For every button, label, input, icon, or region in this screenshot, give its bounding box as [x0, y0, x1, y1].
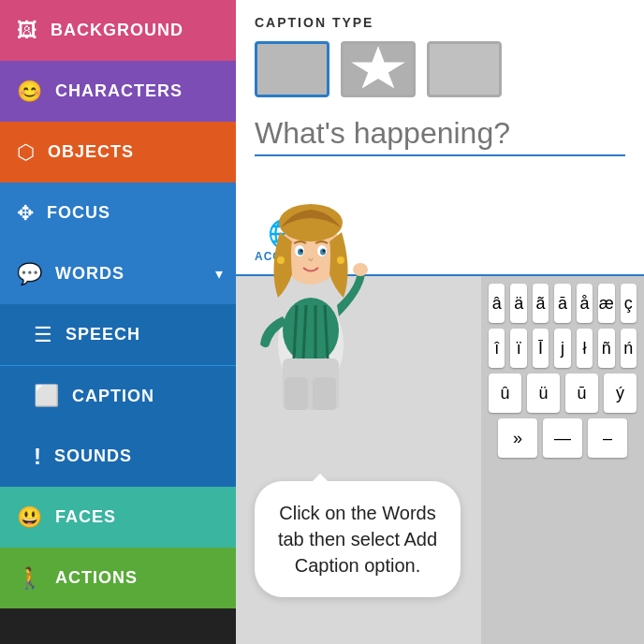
sidebar-label-background: BACKGROUND: [51, 21, 183, 40]
svg-point-18: [337, 256, 344, 264]
sidebar-label-faces: FACES: [55, 507, 116, 527]
svg-point-1: [283, 298, 339, 363]
key-a-ring[interactable]: å: [577, 284, 593, 323]
speech-icon: ☰: [34, 323, 52, 347]
sidebar-label-actions: ACTIONS: [55, 568, 138, 588]
chevron-down-icon: ▾: [215, 265, 223, 283]
faces-icon: 😃: [17, 505, 42, 530]
sidebar-item-sounds[interactable]: ! SOUNDS: [0, 426, 236, 487]
key-right-guillemet[interactable]: »: [498, 418, 537, 458]
key-ae[interactable]: æ: [598, 284, 614, 323]
key-l-stroke[interactable]: ł: [577, 329, 593, 368]
key-a-macron[interactable]: ā: [554, 284, 570, 323]
caption-type-box-1[interactable]: [255, 41, 329, 97]
key-em-dash[interactable]: —: [543, 418, 582, 458]
key-u-macron[interactable]: ū: [565, 373, 598, 413]
avatar: [236, 139, 395, 419]
sidebar-item-faces[interactable]: 😃 FACES: [0, 487, 236, 548]
caption-type-box-rounded[interactable]: [427, 41, 502, 97]
key-j[interactable]: j: [554, 329, 570, 368]
keyboard-row-2: î ï Ī j ł ñ ń: [489, 329, 637, 368]
sidebar-item-actions[interactable]: 🚶 ACTIONS: [0, 548, 236, 608]
sidebar-item-background[interactable]: 🖼 BACKGROUND: [0, 0, 236, 61]
caption-type-box-burst[interactable]: [341, 41, 416, 97]
keyboard-row-4: » — –: [489, 418, 637, 458]
sidebar: 🖼 BACKGROUND 😊 CHARACTERS ⬡ OBJECTS ✥ FO…: [0, 0, 236, 644]
tooltip-text: Click on the Words tab then select Add C…: [278, 503, 437, 576]
key-n-tilde[interactable]: ñ: [598, 329, 614, 368]
key-en-dash[interactable]: –: [588, 418, 627, 458]
background-icon: 🖼: [17, 19, 37, 43]
key-y-acute[interactable]: ý: [604, 373, 637, 413]
characters-icon: 😊: [17, 80, 42, 104]
key-u-uml[interactable]: ü: [527, 373, 560, 413]
svg-point-17: [277, 256, 285, 264]
sidebar-item-characters[interactable]: 😊 CHARACTERS: [0, 61, 236, 122]
sidebar-label-speech: SPEECH: [66, 325, 140, 344]
objects-icon: ⬡: [17, 140, 35, 165]
sounds-icon: !: [34, 444, 41, 470]
key-i-uml[interactable]: ï: [510, 329, 526, 368]
caption-icon: ⬜: [34, 384, 59, 408]
caption-types-row: [255, 41, 625, 97]
keyboard-row-1: â ä ã ā å æ ç: [489, 284, 637, 323]
key-u-circ[interactable]: û: [489, 373, 521, 413]
keyboard-area: â ä ã ā å æ ç î ï Ī j ł ñ ń û ü ū ý: [481, 276, 644, 644]
actions-icon: 🚶: [17, 566, 42, 591]
key-a-circ[interactable]: â: [489, 284, 505, 323]
sidebar-label-words: WORDS: [55, 264, 124, 284]
sidebar-label-focus: FOCUS: [47, 203, 110, 223]
svg-point-19: [353, 263, 368, 276]
sidebar-label-caption: CAPTION: [72, 387, 154, 406]
key-a-uml[interactable]: ä: [510, 284, 526, 323]
key-i-circ[interactable]: î: [489, 329, 505, 368]
svg-point-15: [300, 250, 303, 253]
keyboard-row-3: û ü ū ý: [489, 373, 637, 413]
key-n-acute[interactable]: ń: [621, 329, 637, 368]
svg-rect-7: [285, 377, 308, 410]
sidebar-label-sounds: SOUNDS: [54, 446, 132, 466]
svg-rect-8: [313, 377, 336, 410]
words-icon: 💬: [17, 262, 42, 286]
sidebar-label-characters: CHARACTERS: [55, 81, 183, 101]
key-a-tilde[interactable]: ã: [533, 284, 549, 323]
sidebar-item-caption[interactable]: ⬜ CAPTION: [0, 365, 236, 426]
sidebar-item-focus[interactable]: ✥ FOCUS: [0, 183, 236, 243]
sidebar-item-objects[interactable]: ⬡ OBJECTS: [0, 122, 236, 183]
main-content: CAPTION TYPE 🌐 ACCENTS â ä ã ā å: [236, 0, 644, 644]
caption-type-label: CAPTION TYPE: [255, 15, 625, 30]
focus-icon: ✥: [17, 201, 34, 226]
key-i-macron[interactable]: Ī: [533, 329, 549, 368]
app-container: 🖼 BACKGROUND 😊 CHARACTERS ⬡ OBJECTS ✥ FO…: [0, 0, 644, 644]
sidebar-item-words[interactable]: 💬 WORDS ▾: [0, 243, 236, 304]
svg-point-16: [323, 250, 326, 253]
key-c-cedilla[interactable]: ç: [621, 284, 637, 323]
tooltip-bubble: Click on the Words tab then select Add C…: [255, 481, 461, 597]
sidebar-label-objects: OBJECTS: [48, 142, 134, 162]
sidebar-item-speech[interactable]: ☰ SPEECH: [0, 304, 236, 365]
